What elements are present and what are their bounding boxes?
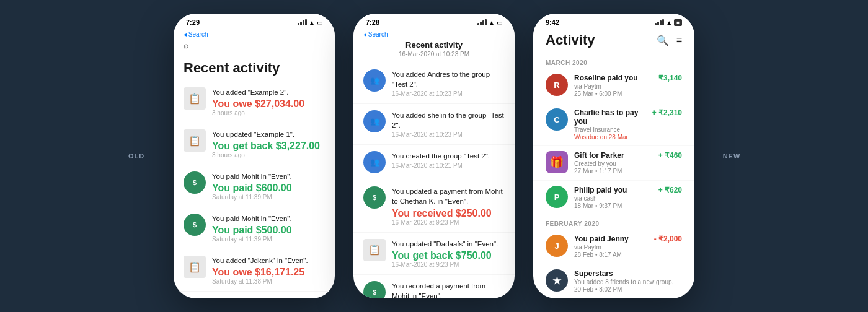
activity-list-1[interactable]: 📋 You added "Example 2". You owe $27,034… <box>174 81 335 298</box>
status-bar-2: 7:28 ▲ ▭ <box>353 14 515 28</box>
list-item[interactable]: 📋 You updated "Dadaafs" in "Even". You g… <box>353 233 515 275</box>
status-icons-3: ▲ ■ <box>655 19 682 26</box>
item-name: Philip paid you <box>574 186 652 194</box>
page-title-3: Activity <box>546 32 595 48</box>
item-time: 16-Mar-2020 at 9:23 PM <box>392 261 505 268</box>
phone-new: 9:42 ▲ ■ Activity 🔍 ≡ <box>533 14 694 298</box>
avatar-superstars: ★ <box>546 269 568 292</box>
list-item[interactable]: 📋 You updated "Example 1". You get back … <box>174 123 335 165</box>
status-bar-3: 9:42 ▲ ■ <box>533 14 694 28</box>
list-item[interactable]: 📋 You added "Fkksbsk" in "Even". You owe… <box>174 292 335 298</box>
item-sub: via Paytm <box>574 244 648 251</box>
header-icons-3: 🔍 ≡ <box>657 35 682 46</box>
item-text: You added "Example 2". <box>212 87 325 97</box>
item-sub: via Paytm <box>574 83 652 90</box>
list-item[interactable]: 👥 You added shelin to the group "Test 2"… <box>353 104 515 145</box>
list-item[interactable]: 📋 You added "Example 2". You owe $27,034… <box>174 81 335 123</box>
item-amount: You paid $600.00 <box>212 183 325 194</box>
item-sub: Travel Insurance <box>574 126 646 133</box>
item-text: You added "Jdkcnk" in "Even". <box>212 256 325 266</box>
search-icon-1[interactable]: ⌕ <box>184 40 188 50</box>
item-content: You created the group "Test 2". 16-Mar-2… <box>392 151 505 169</box>
item-text: You added shelin to the group "Test 2". <box>392 110 505 130</box>
status-icons-1: ▲ ▭ <box>298 19 322 26</box>
item-name: Charlie has to pay you <box>574 108 646 126</box>
item-time: 16-Mar-2020 at 10:23 PM <box>392 131 505 138</box>
list-item[interactable]: $ You recorded a payment from Mohit in "… <box>353 275 515 298</box>
search-bar-1[interactable]: ⌕ <box>184 38 325 53</box>
item-content: Charlie has to pay you Travel Insurance … <box>574 108 646 141</box>
title-row-3: Activity 🔍 ≡ <box>546 32 682 48</box>
svg-text:$: $ <box>193 221 197 228</box>
battery-icon-3: ■ <box>674 19 682 26</box>
item-content: Philip paid you via cash 18 Mar • 9:37 P… <box>574 186 652 210</box>
section-feb: FEBRUARY 2020 <box>533 215 694 230</box>
search-icon-3[interactable]: 🔍 <box>657 35 669 46</box>
item-amount: You owe $27,034.00 <box>212 98 325 110</box>
menu-icon-3[interactable]: ≡ <box>676 35 682 46</box>
list-item[interactable]: 👥 You created the group "Test 2". 16-Mar… <box>353 145 515 180</box>
wifi-icon-1: ▲ <box>309 19 315 26</box>
item-time: 3 hours ago <box>212 110 325 116</box>
battery-icon-1: ▭ <box>317 19 322 26</box>
phones-container: OLD 7:29 ▲ ▭ ◂ Search ⌕ Recent a <box>0 0 868 312</box>
item-sub: You added 8 friends to a new group. <box>574 279 676 285</box>
item-date: 27 Mar • 1:17 PM <box>574 168 652 175</box>
list-item[interactable]: P Philip paid you via cash 18 Mar • 9:37… <box>533 181 694 215</box>
list-item[interactable]: 🎁 Gift for Parker Created by you 27 Mar … <box>533 146 694 181</box>
item-time: Saturday at 11:38 PM <box>212 278 325 285</box>
back-button-1[interactable]: ◂ Search <box>184 31 325 38</box>
item-amount: + ₹620 <box>658 186 682 194</box>
item-text: You updated "Example 1". <box>212 129 325 139</box>
item-content: You updated a payment from Mohit to Chet… <box>392 186 505 225</box>
item-content: You added shelin to the group "Test 2". … <box>392 110 505 138</box>
activity-list-2[interactable]: 👥 You added Andres to the group "Test 2"… <box>353 63 515 298</box>
item-amount: + ₹2,310 <box>652 108 682 117</box>
list-item[interactable]: 📋 You added "Jdkcnk" in "Even". You owe … <box>174 249 335 292</box>
wifi-icon-3: ▲ <box>666 19 672 26</box>
signal-icon-1 <box>298 19 307 25</box>
svg-text:$: $ <box>373 194 376 201</box>
item-text: You recorded a payment from Mohit in "Ev… <box>392 281 505 298</box>
item-content: You recorded a payment from Mohit in "Ev… <box>392 281 505 298</box>
payment-icon: $ <box>363 186 386 209</box>
back-button-2[interactable]: ◂ Search <box>363 31 505 38</box>
time-1: 7:29 <box>186 19 200 26</box>
svg-text:👥: 👥 <box>370 116 379 126</box>
activity-list-3[interactable]: MARCH 2020 R Roseline paid you via Paytm… <box>533 54 694 298</box>
header-1: ◂ Search ⌕ <box>174 28 335 58</box>
list-item[interactable]: J You paid Jenny via Paytm 28 Feb • 8:17… <box>533 230 694 264</box>
status-icons-2: ▲ ▭ <box>477 19 502 26</box>
header-3: Activity 🔍 ≡ <box>533 28 694 54</box>
wifi-icon-2: ▲ <box>489 19 495 26</box>
status-bar-1: 7:29 ▲ ▭ <box>174 14 335 28</box>
avatar-charlie: C <box>546 108 568 131</box>
item-text: You paid Mohit in "Even". <box>212 171 325 181</box>
item-time: Saturday at 11:39 PM <box>212 236 325 243</box>
list-item[interactable]: $ You paid Mohit in "Even". You paid $60… <box>174 165 335 207</box>
list-item[interactable]: $ You paid Mohit in "Even". You paid $50… <box>174 207 335 249</box>
list-item[interactable]: C Charlie has to pay you Travel Insuranc… <box>533 103 694 146</box>
list-item[interactable]: 👥 You added Andres to the group "Test 2"… <box>353 63 515 104</box>
item-name: Gift for Parker <box>574 151 652 160</box>
item-amount: You get back $3,227.00 <box>212 141 325 152</box>
list-item[interactable]: $ You updated a payment from Mohit to Ch… <box>353 180 515 232</box>
signal-icon-2 <box>477 19 487 25</box>
payment-icon: $ <box>184 214 206 236</box>
item-amount: ₹3,140 <box>658 74 682 82</box>
list-item[interactable]: R Roseline paid you via Paytm 25 Mar • 6… <box>533 69 694 103</box>
item-content: You paid Mohit in "Even". You paid $600.… <box>212 171 325 201</box>
doc-icon: 📋 <box>184 298 206 298</box>
item-text: You paid Mohit in "Even". <box>212 214 325 223</box>
item-time: 16-Mar-2020 at 10:21 PM <box>392 162 505 169</box>
item-content: You added "Jdkcnk" in "Even". You owe $1… <box>212 256 325 285</box>
avatar-jenny: J <box>546 235 568 257</box>
item-content: Gift for Parker Created by you 27 Mar • … <box>574 151 652 175</box>
avatar-philip: P <box>546 186 568 208</box>
item-name: Superstars <box>574 269 676 278</box>
page-title-1: Recent activity <box>174 58 335 81</box>
item-time: 3 hours ago <box>212 152 325 158</box>
list-item[interactable]: ★ Superstars You added 8 friends to a ne… <box>533 264 694 298</box>
item-time: Saturday at 11:39 PM <box>212 194 325 201</box>
avatar-gift: 🎁 <box>546 151 568 173</box>
